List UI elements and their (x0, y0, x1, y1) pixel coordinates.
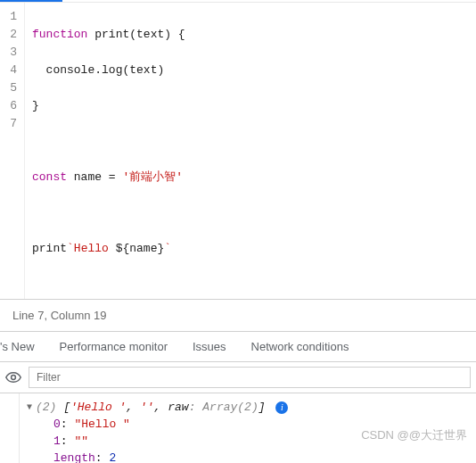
token-obj: console (32, 63, 94, 77)
line-number: 7 (0, 115, 17, 133)
token-brace: } (32, 99, 39, 112)
tab-performance-monitor[interactable]: Performance monitor (60, 340, 168, 353)
token-fn: print (32, 242, 67, 255)
tab-whats-new[interactable]: 's New (0, 340, 35, 353)
code-editor[interactable]: 1 2 3 4 5 6 7 function print(text) { con… (0, 2, 476, 299)
token-args: (text) (129, 28, 171, 41)
token-tick: ` (164, 242, 171, 255)
log-summary[interactable]: (2) ['Hello ', '', raw: Array(2)] i (36, 399, 288, 416)
token-tick: ` (67, 242, 74, 255)
line-number: 1 (0, 8, 17, 26)
token-name: name (67, 170, 109, 184)
token-fn: print (87, 28, 129, 41)
log-entry: 1: "" (23, 433, 472, 450)
token-string: '前端小智' (122, 170, 183, 184)
console-body: e (2) ['Hello ', '', raw: Array(2)] i 0:… (0, 393, 476, 463)
token-dot: . (94, 63, 102, 77)
tab-network-conditions[interactable]: Network conditions (251, 340, 349, 353)
eye-icon[interactable] (5, 371, 21, 384)
line-number: 3 (0, 44, 17, 62)
caret-expanded-icon[interactable] (23, 399, 36, 416)
code-area[interactable]: function print(text) { console.log(text)… (25, 3, 193, 299)
token-method: log (102, 63, 122, 77)
token-string: Hello (74, 242, 116, 255)
console-toolbar (0, 362, 476, 393)
line-gutter: 1 2 3 4 5 6 7 (0, 3, 25, 299)
info-icon[interactable]: i (275, 401, 288, 414)
token-keyword: function (32, 28, 87, 41)
cursor-position: Line 7, Column 19 (12, 309, 107, 322)
line-number: 6 (0, 97, 17, 115)
status-bar: Line 7, Column 19 (0, 299, 476, 331)
devtools-tabs: 's New Performance monitor Issues Networ… (0, 331, 476, 362)
console-output: (2) ['Hello ', '', raw: Array(2)] i 0: "… (20, 393, 476, 463)
token-args: (text) (122, 63, 164, 77)
token-var: name (129, 242, 157, 255)
token-brace: { (171, 28, 185, 41)
filter-input[interactable] (29, 367, 471, 388)
log-entry: length: 2 (23, 450, 472, 463)
token-eq: = (109, 170, 116, 184)
tab-issues[interactable]: Issues (193, 340, 226, 353)
svg-point-0 (12, 376, 16, 380)
line-number: 5 (0, 79, 17, 97)
token-keyword: const (32, 170, 67, 184)
console-side-rail: e (0, 393, 20, 463)
line-number: 4 (0, 62, 17, 79)
log-entry: 0: "Hello " (23, 416, 472, 433)
line-number: 2 (0, 26, 17, 44)
